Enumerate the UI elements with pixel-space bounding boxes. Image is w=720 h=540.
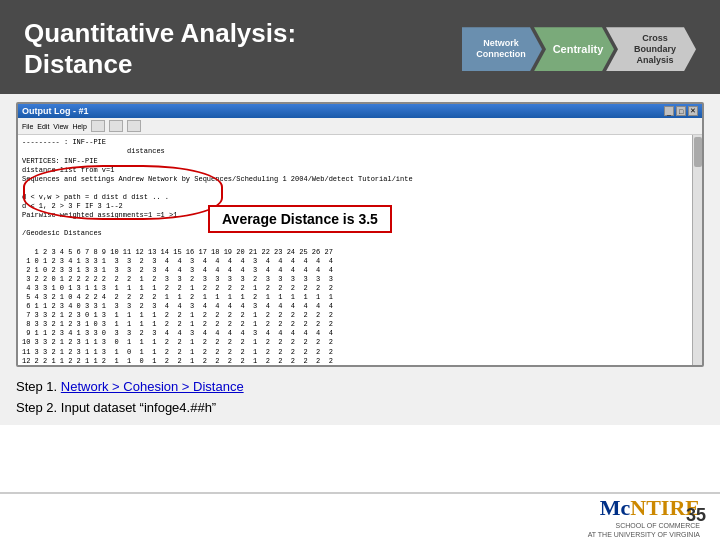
mcintire-name: McNTIRE: [600, 495, 700, 521]
bottom-bar: McNTIRE SCHOOL OF COMMERCE AT THE UNIVER…: [0, 492, 720, 540]
output-titlebar: Output Log - #1 _ □ ✕: [18, 104, 702, 118]
output-text-content: --------- : INF--PIE distances VERTICES:…: [22, 138, 698, 365]
main-content: Output Log - #1 _ □ ✕ File Edit View Hel…: [0, 94, 720, 425]
output-toolbar: File Edit View Help: [18, 118, 702, 135]
minimize-button[interactable]: _: [664, 106, 674, 116]
mcintire-subtitle: SCHOOL OF COMMERCE AT THE UNIVERSITY OF …: [588, 521, 700, 539]
toolbar-icon-3[interactable]: [127, 120, 141, 132]
page-number: 35: [686, 505, 706, 526]
maximize-button[interactable]: □: [676, 106, 686, 116]
nav-breadcrumb: Network Connection Centrality Cross Boun…: [462, 27, 696, 71]
toolbar-file[interactable]: File: [22, 123, 33, 130]
close-button[interactable]: ✕: [688, 106, 698, 116]
average-distance-label: Average Distance is 3.5: [208, 205, 392, 233]
output-window-title: Output Log - #1: [22, 106, 89, 116]
output-body: --------- : INF--PIE distances VERTICES:…: [18, 135, 702, 365]
output-log-window: Output Log - #1 _ □ ✕ File Edit View Hel…: [16, 102, 704, 367]
mcintire-logo: McNTIRE SCHOOL OF COMMERCE AT THE UNIVER…: [588, 495, 700, 539]
toolbar-edit[interactable]: Edit: [37, 123, 49, 130]
step-2: Step 2. Input dataset “infoge4.##h”: [16, 398, 704, 419]
toolbar-view[interactable]: View: [53, 123, 68, 130]
scrollbar[interactable]: [692, 135, 702, 365]
window-controls: _ □ ✕: [664, 106, 698, 116]
toolbar-icon-2[interactable]: [109, 120, 123, 132]
nav-network[interactable]: Network Connection: [462, 27, 542, 71]
steps-section: Step 1. Network > Cohesion > Distance St…: [16, 377, 704, 419]
step-1: Step 1. Network > Cohesion > Distance: [16, 377, 704, 398]
step1-link[interactable]: Network > Cohesion > Distance: [61, 379, 244, 394]
nav-centrality[interactable]: Centrality: [534, 27, 614, 71]
toolbar-help[interactable]: Help: [72, 123, 86, 130]
scrollbar-thumb[interactable]: [694, 137, 702, 167]
page-title: Quantitative Analysis: Distance: [24, 18, 296, 80]
header: Quantitative Analysis: Distance Network …: [0, 0, 720, 94]
nav-cross-boundary[interactable]: Cross Boundary Analysis: [606, 27, 696, 71]
toolbar-icon-1[interactable]: [91, 120, 105, 132]
